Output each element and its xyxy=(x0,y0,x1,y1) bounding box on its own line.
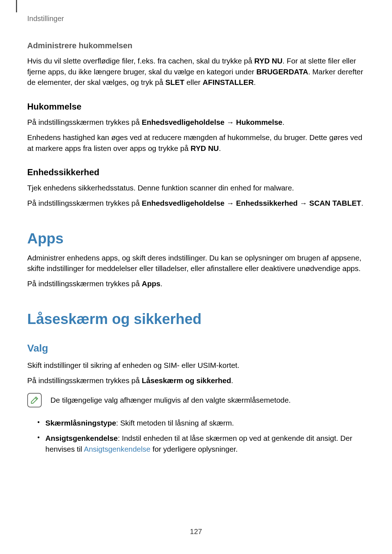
text: : Skift metoden til låsning af skærm. xyxy=(116,419,234,427)
page-content: Indstillinger Administrere hukommelsen H… xyxy=(0,0,392,455)
bold: Enhedsvedligeholdelse xyxy=(142,118,225,126)
para-hukommelse-1: På indstillingsskærmen trykkes på Enheds… xyxy=(27,117,365,128)
text: . xyxy=(160,279,163,288)
bold: Ansigtsgenkendelse xyxy=(45,434,118,442)
arrow: → xyxy=(224,118,236,126)
page-number: 127 xyxy=(0,528,392,536)
text: . xyxy=(361,199,363,207)
para-valg-2: På indstillingsskærmen trykkes på Låsesk… xyxy=(27,375,365,386)
bold: Apps xyxy=(142,279,160,288)
arrow: → xyxy=(298,199,309,207)
running-header: Indstillinger xyxy=(27,15,365,23)
bullet-list: Skærmlåsningstype: Skift metoden til lås… xyxy=(27,418,365,454)
bold-ryd-nu: RYD NU xyxy=(191,144,219,152)
bold: Enhedssikkerhed xyxy=(236,199,298,207)
note-icon xyxy=(27,393,42,407)
heading-hukommelse: Hukommelse xyxy=(27,102,365,112)
arrow: → xyxy=(224,199,236,207)
text: På indstillingsskærmen trykkes på xyxy=(27,118,142,126)
bold: SCAN TABLET xyxy=(309,199,361,207)
heading-administrere: Administrere hukommelsen xyxy=(27,41,365,50)
para-hukommelse-2: Enhedens hastighed kan øges ved at reduc… xyxy=(27,132,365,153)
note-block: De tilgængelige valg afhænger muligvis a… xyxy=(27,393,365,407)
para-enhedssikkerhed-2: På indstillingsskærmen trykkes på Enheds… xyxy=(27,198,365,209)
para-administrere: Hvis du vil slette overflødige filer, f.… xyxy=(27,56,365,88)
bold: Enhedsvedligeholdelse xyxy=(142,199,225,207)
text: . xyxy=(231,376,233,385)
bold-ryd-nu: RYD NU xyxy=(254,57,283,65)
text: . xyxy=(219,144,221,152)
para-apps-2: På indstillingsskærmen trykkes på Apps. xyxy=(27,278,365,289)
para-enhedssikkerhed-1: Tjek enhedens sikkerhedsstatus. Denne fu… xyxy=(27,182,365,193)
bold-afinstaller: AFINSTALLER xyxy=(203,78,254,86)
text: På indstillingsskærmen trykkes på xyxy=(27,376,142,385)
text: Hvis du vil slette overflødige filer, f.… xyxy=(27,57,254,65)
note-text: De tilgængelige valg afhænger muligvis a… xyxy=(50,395,291,406)
list-item: Skærmlåsningstype: Skift metoden til lås… xyxy=(37,418,365,428)
heading-laseskarm: Låseskærm og sikkerhed xyxy=(27,311,365,327)
text: eller xyxy=(184,78,203,86)
text: På indstillingsskærmen trykkes på xyxy=(27,199,142,207)
text: På indstillingsskærmen trykkes på xyxy=(27,279,142,288)
bold: Skærmlåsningstype xyxy=(45,419,116,427)
heading-apps: Apps xyxy=(27,230,365,247)
subheading-valg: Valg xyxy=(27,342,365,354)
bold: Låseskærm og sikkerhed xyxy=(142,376,231,385)
bold: Hukommelse xyxy=(236,118,282,126)
header-marker xyxy=(16,0,17,12)
bold-brugerdata: BRUGERDATA xyxy=(256,67,308,76)
para-valg-1: Skift indstillinger til sikring af enhed… xyxy=(27,360,365,371)
bold-slet: SLET xyxy=(166,78,184,86)
text: . xyxy=(282,118,285,126)
heading-enhedssikkerhed: Enhedssikkerhed xyxy=(27,167,365,177)
list-item: Ansigtsgenkendelse: Indstil enheden til … xyxy=(37,433,365,454)
text: for yderligere oplysninger. xyxy=(150,445,237,453)
para-apps-1: Administrer enhedens apps, og skift dere… xyxy=(27,253,365,274)
text: . xyxy=(254,78,256,86)
link-ansigtsgenkendelse[interactable]: Ansigtsgenkendelse xyxy=(84,445,151,453)
